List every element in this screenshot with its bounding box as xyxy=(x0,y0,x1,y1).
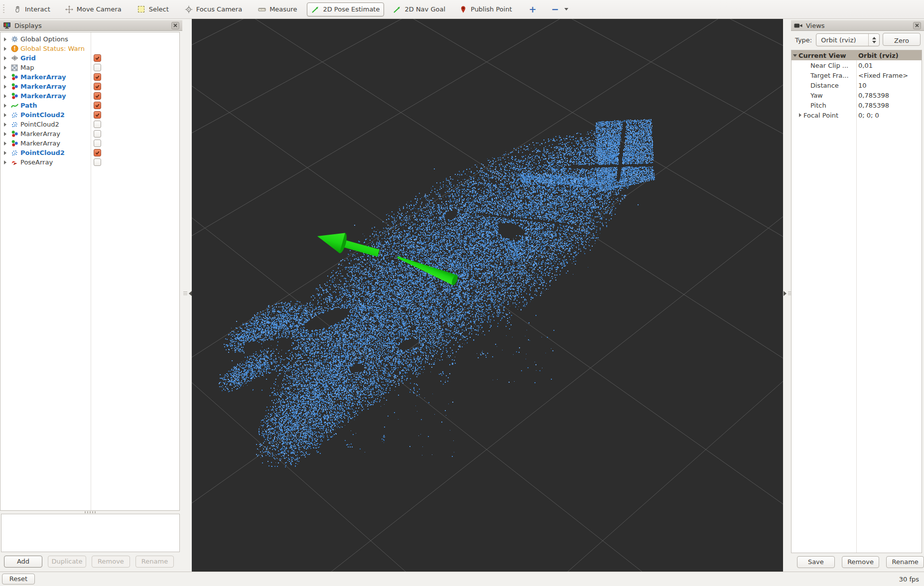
prop-name: Near Clip ... xyxy=(810,62,848,69)
collapse-right-icon[interactable] xyxy=(784,291,787,296)
tool-select[interactable]: Select xyxy=(133,3,173,16)
display-row-pointcloud2[interactable]: PointCloud2 xyxy=(0,120,179,129)
view-prop-target-frame[interactable]: Target Fra... <Fixed Frame> xyxy=(792,70,922,80)
save-button[interactable]: Save xyxy=(797,556,835,568)
display-checkbox[interactable] xyxy=(94,73,101,81)
expander-icon[interactable] xyxy=(0,56,9,60)
prop-value[interactable]: 10 xyxy=(858,82,867,89)
display-row-markerarray[interactable]: MarkerArray xyxy=(0,129,179,139)
rename-button[interactable]: Rename xyxy=(135,556,174,568)
tool-publish-point[interactable]: Publish Point xyxy=(455,3,516,16)
close-icon[interactable] xyxy=(171,22,179,29)
view-prop-focal-point[interactable]: Focal Point 0; 0; 0 xyxy=(792,110,922,120)
expander-icon[interactable] xyxy=(0,113,9,117)
panel-splitter-grip[interactable] xyxy=(85,511,96,513)
prop-value[interactable]: 0,785398 xyxy=(858,92,889,99)
spinner-icon[interactable] xyxy=(868,34,879,46)
rename-view-button[interactable]: Rename xyxy=(886,556,924,568)
display-row-global-status[interactable]: ! Global Status: Warn xyxy=(0,44,179,53)
prop-value[interactable]: 0,01 xyxy=(858,62,873,69)
expander-icon[interactable] xyxy=(0,66,9,70)
minus-icon: − xyxy=(551,6,559,13)
display-checkbox[interactable] xyxy=(94,83,101,90)
tool-label: Interact xyxy=(25,5,50,13)
tool-2d-pose-estimate[interactable]: 2D Pose Estimate xyxy=(307,2,384,16)
display-row-markerarray[interactable]: MarkerArray xyxy=(0,139,179,148)
expander-icon[interactable] xyxy=(0,132,9,136)
tool-interact[interactable]: Interact xyxy=(9,3,54,16)
display-checkbox[interactable] xyxy=(94,54,101,62)
view-type-select[interactable]: Orbit (rviz) xyxy=(816,33,880,46)
view-prop-near-clip[interactable]: Near Clip ... 0,01 xyxy=(792,60,922,70)
prop-value[interactable]: 0,785398 xyxy=(858,102,889,109)
remove-tool-button[interactable]: − xyxy=(547,3,572,15)
display-row-path[interactable]: Path xyxy=(0,101,179,110)
display-row-posearray[interactable]: PoseArray xyxy=(0,157,179,167)
prop-value[interactable]: 0; 0; 0 xyxy=(858,112,879,119)
expander-icon[interactable] xyxy=(0,160,9,164)
expander-icon[interactable] xyxy=(0,104,9,108)
remove-view-button[interactable]: Remove xyxy=(842,556,880,568)
view-prop-yaw[interactable]: Yaw 0,785398 xyxy=(792,90,922,100)
display-row-grid[interactable]: Grid xyxy=(0,53,179,63)
display-checkbox[interactable] xyxy=(94,92,101,100)
display-checkbox[interactable] xyxy=(94,64,101,71)
expander-icon[interactable] xyxy=(0,37,9,41)
tool-2d-nav-goal[interactable]: 2D Nav Goal xyxy=(389,3,449,16)
expander-icon[interactable] xyxy=(0,47,9,51)
display-checkbox[interactable] xyxy=(94,140,101,147)
zero-button[interactable]: Zero xyxy=(883,33,921,46)
display-checkbox[interactable] xyxy=(94,102,101,109)
right-splitter[interactable] xyxy=(783,19,791,572)
splitter-grip[interactable] xyxy=(183,292,187,296)
display-row-global-options[interactable]: Global Options xyxy=(0,34,179,44)
display-checkbox[interactable] xyxy=(94,158,101,166)
expander-icon[interactable] xyxy=(0,75,9,79)
tool-move-camera[interactable]: Move Camera xyxy=(61,3,126,16)
reset-button[interactable]: Reset xyxy=(2,574,35,585)
left-splitter[interactable] xyxy=(182,19,192,572)
add-tool-button[interactable]: + xyxy=(525,3,540,15)
prop-name: Yaw xyxy=(810,92,823,99)
view-prop-distance[interactable]: Distance 10 xyxy=(792,80,922,90)
expander-icon[interactable] xyxy=(0,94,9,98)
tool-measure[interactable]: Measure xyxy=(254,3,301,16)
tree-column-divider[interactable] xyxy=(856,50,857,553)
display-row-map[interactable]: Map xyxy=(0,63,179,72)
display-checkbox[interactable] xyxy=(94,121,101,128)
tool-focus-camera[interactable]: Focus Camera xyxy=(181,3,246,16)
display-row-markerarray[interactable]: MarkerArray xyxy=(0,72,179,82)
warning-icon: ! xyxy=(9,45,19,52)
expander-down-icon[interactable] xyxy=(792,54,798,57)
expander-icon[interactable] xyxy=(0,123,9,127)
3d-viewport[interactable] xyxy=(192,19,783,572)
expander-icon[interactable] xyxy=(0,142,9,146)
display-checkbox[interactable] xyxy=(94,130,101,138)
display-row-markerarray[interactable]: MarkerArray xyxy=(0,82,179,91)
duplicate-button[interactable]: Duplicate xyxy=(48,556,86,568)
display-row-pointcloud2[interactable]: PointCloud2 xyxy=(0,148,179,157)
expander-icon[interactable] xyxy=(792,113,803,117)
view-prop-current-view[interactable]: Current View Orbit (rviz) xyxy=(792,50,922,60)
view-prop-pitch[interactable]: Pitch 0,785398 xyxy=(792,100,922,110)
add-button[interactable]: Add xyxy=(4,556,42,568)
prop-value[interactable]: <Fixed Frame> xyxy=(858,72,908,79)
expander-icon[interactable] xyxy=(0,151,9,155)
toolbar-grip[interactable] xyxy=(2,4,6,14)
expander-icon[interactable] xyxy=(0,85,9,89)
toolbar: Interact Move Camera Select Focus Camera… xyxy=(0,0,924,19)
display-checkbox[interactable] xyxy=(94,111,101,119)
render-canvas[interactable] xyxy=(192,19,783,572)
displays-tree: Global Options ! Global Status: Warn Gri… xyxy=(0,32,180,511)
views-panel-header[interactable]: Views xyxy=(791,20,924,31)
display-row-pointcloud2[interactable]: PointCloud2 xyxy=(0,110,179,120)
pointcloud-icon xyxy=(9,112,19,119)
collapse-left-icon[interactable] xyxy=(189,291,192,296)
display-checkbox[interactable] xyxy=(94,149,101,156)
chevron-down-icon[interactable] xyxy=(564,8,568,10)
close-icon[interactable] xyxy=(913,22,921,29)
remove-button[interactable]: Remove xyxy=(92,556,130,568)
displays-panel-header[interactable]: Displays xyxy=(0,20,182,31)
gear-icon xyxy=(9,35,19,43)
display-row-markerarray[interactable]: MarkerArray xyxy=(0,91,179,101)
